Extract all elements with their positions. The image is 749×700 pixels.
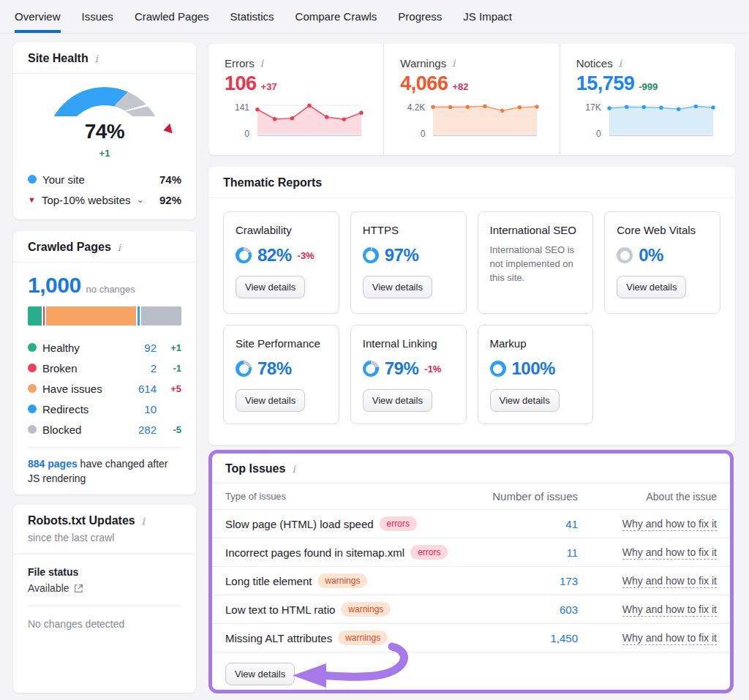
sparkline-chart [606, 101, 717, 139]
site-health-score-delta: +1 [28, 148, 181, 159]
col-about-the-issue: About the issue [578, 491, 717, 503]
tab-compare-crawls[interactable]: Compare Crawls [296, 0, 377, 33]
view-details-button[interactable]: View details [617, 276, 686, 298]
view-details-button[interactable]: View details [236, 389, 305, 412]
tile-https: HTTPS 97% View details [350, 211, 467, 314]
issue-count[interactable]: 173 [475, 575, 578, 587]
view-details-button[interactable]: View details [363, 389, 432, 412]
info-icon[interactable]: i [116, 243, 122, 252]
issue-count[interactable]: 603 [475, 603, 578, 616]
top-issues-view-details-button[interactable]: View details [225, 663, 295, 685]
notices-sparkline: 17K0 [576, 101, 723, 139]
tab-progress[interactable]: Progress [398, 0, 442, 33]
table-row: Incorrect pages found in sitemap.xmlerro… [212, 538, 730, 566]
chevron-down-icon[interactable]: ⌄ [137, 195, 144, 205]
tab-crawled-pages[interactable]: Crawled Pages [135, 0, 209, 33]
pages-row-count[interactable]: 10 [123, 403, 157, 415]
metric-value[interactable]: 4,066 [400, 72, 448, 95]
tile-international-seo: International SEO International SEO is n… [478, 211, 594, 314]
info-icon[interactable]: i [290, 464, 296, 474]
tile-crawlability: Crawlability 82%-3% View details [223, 211, 339, 314]
pages-row-delta: +5 [162, 383, 181, 394]
fix-link[interactable]: Why and how to fix it [622, 632, 717, 645]
issue-label: Low text to HTML ratio [225, 603, 335, 616]
robots-subtitle: since the last crawl [13, 527, 196, 554]
severity-badge: errors [410, 545, 448, 560]
legend-value: 74% [159, 173, 181, 186]
top10-marker-icon: ▼ [28, 196, 36, 204]
severity-badge: warnings [338, 631, 388, 645]
col-number-of-issues: Number of issues [475, 490, 578, 503]
pages-row-count[interactable]: 614 [123, 383, 157, 395]
file-status-link[interactable]: Available [28, 582, 181, 594]
legend-value: 92% [159, 194, 181, 206]
view-details-button[interactable]: View details [490, 389, 560, 412]
external-link-icon [74, 584, 83, 593]
tile-score: 79% [385, 358, 419, 379]
robots-card: Robots.txt Updates i since the last craw… [13, 505, 196, 693]
changed-pages-link[interactable]: 884 pages [28, 458, 78, 470]
metric-delta: +82 [452, 81, 468, 92]
legend-top10-websites: ▼ Top-10% websites ⌄ 92% [28, 189, 181, 210]
blocked-dot-icon [28, 425, 37, 434]
issue-label: Slow page (HTML) load speed [225, 518, 374, 530]
view-details-button[interactable]: View details [363, 276, 432, 298]
legend-label: Top-10% websites [42, 194, 131, 206]
table-row: Low text to HTML ratiowarnings 603 Why a… [212, 595, 730, 623]
issue-count[interactable]: 41 [475, 518, 578, 530]
crawled-pages-title: Crawled Pages [28, 241, 111, 254]
robots-empty-text: No changes detected [28, 618, 181, 630]
tab-overview[interactable]: Overview [15, 0, 61, 33]
axis-min: 0 [244, 129, 249, 139]
metric-warnings: Warningsi 4,066+82 4.2K0 [383, 44, 559, 155]
info-icon[interactable]: i [617, 59, 623, 68]
fix-link[interactable]: Why and how to fix it [622, 603, 717, 617]
metric-value[interactable]: 15,759 [576, 72, 635, 95]
file-status-label: File status [28, 566, 181, 578]
tab-issues[interactable]: Issues [82, 0, 113, 33]
metrics-card: Errorsi 106+37 1410 Warningsi 4,066+82 4… [208, 44, 735, 155]
pages-row-healthy: Healthy 92 +1 [28, 337, 181, 358]
tab-statistics[interactable]: Statistics [230, 0, 274, 33]
metric-notices: Noticesi 15,759-999 17K0 [560, 44, 735, 155]
issue-count[interactable]: 1,450 [475, 632, 578, 644]
crawled-total: 1,000 [28, 273, 81, 297]
crawled-total-note: no changes [86, 284, 135, 295]
info-icon[interactable]: i [259, 59, 265, 68]
thematic-title: Thematic Reports [223, 176, 322, 189]
metric-label: Warnings [400, 57, 446, 69]
progress-ring-icon [363, 247, 379, 263]
tile-title: International SEO [490, 224, 581, 236]
fix-link[interactable]: Why and how to fix it [622, 575, 717, 588]
pages-row-count[interactable]: 2 [123, 362, 157, 375]
tile-title: Internal Linking [363, 337, 454, 350]
severity-badge: warnings [341, 602, 391, 617]
pages-row-delta: +1 [162, 342, 181, 353]
tile-core-web-vitals: Core Web Vitals 0% View details [604, 211, 720, 314]
pages-row-count[interactable]: 282 [123, 424, 157, 436]
view-details-button[interactable]: View details [236, 276, 305, 298]
fix-link[interactable]: Why and how to fix it [622, 546, 717, 560]
top-issues-table-header: Type of issues Number of issues About th… [212, 483, 730, 509]
fix-link[interactable]: Why and how to fix it [622, 518, 717, 531]
metric-value[interactable]: 106 [225, 72, 257, 95]
site-health-gauge: 74% +1 [28, 87, 181, 160]
pages-row-label: Redirects [42, 403, 89, 415]
sparkline-chart [429, 101, 541, 139]
pages-bar-segment [138, 306, 140, 325]
issue-count[interactable]: 11 [475, 546, 578, 559]
progress-ring-icon [363, 361, 379, 377]
have-issues-dot-icon [28, 384, 37, 393]
info-icon[interactable]: i [451, 59, 456, 68]
pages-row-count[interactable]: 92 [123, 342, 157, 354]
tile-title: Core Web Vitals [617, 224, 708, 236]
thematic-reports-card: Thematic Reports Crawlability 82%-3% Vie… [208, 167, 735, 445]
tile-markup: Markup 100% View details [478, 325, 594, 424]
info-icon[interactable]: i [140, 516, 146, 526]
pages-bar [28, 306, 181, 325]
table-row: Missing ALT attributeswarnings 1,450 Why… [212, 623, 730, 652]
pages-row-label: Healthy [42, 342, 80, 354]
file-status-value: Available [28, 582, 69, 594]
tab-js-impact[interactable]: JS Impact [463, 0, 512, 33]
info-icon[interactable]: i [94, 54, 99, 64]
